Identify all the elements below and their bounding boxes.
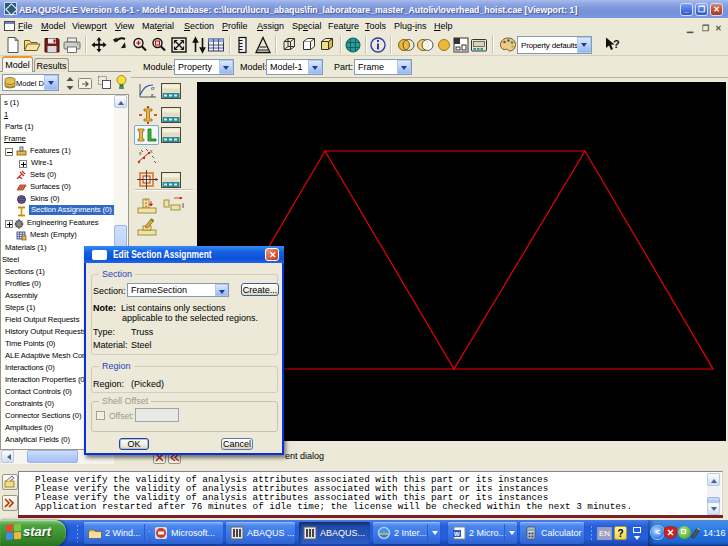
svg-text:σ: σ — [151, 85, 155, 91]
svg-text:x: x — [150, 148, 153, 154]
svg-text:W: W — [454, 531, 460, 537]
svg-text:ε: ε — [151, 92, 154, 98]
svg-text:?: ? — [613, 38, 620, 50]
